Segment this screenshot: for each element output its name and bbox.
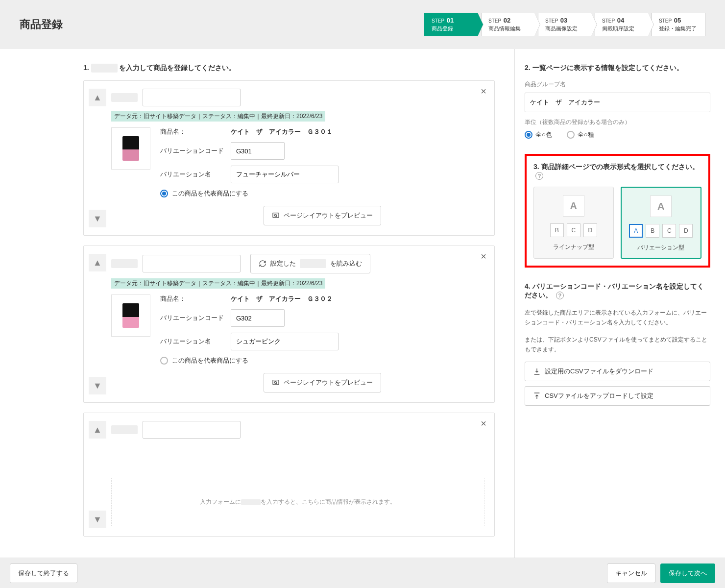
product-card: ▲ ▼ × 設定したを読み込む データ元：旧サイト移築データ｜ステータス：編集中… [83, 245, 495, 403]
refresh-icon [259, 260, 266, 268]
unit-radio-color[interactable]: 全○色 [525, 130, 552, 139]
step-04[interactable]: STEP 04掲載順序設定 [595, 13, 649, 36]
preview-button[interactable]: ページレイアウトをプレビュー [264, 206, 381, 225]
step-05[interactable]: STEP 05登録・編集完了 [652, 13, 705, 36]
step-nav: STEP 01商品登録STEP 02商品情報編集STEP 03商品画像設定STE… [424, 13, 705, 36]
group-name-input[interactable] [525, 93, 710, 112]
reload-button[interactable]: 設定したを読み込む [250, 254, 370, 273]
move-down-button[interactable]: ▼ [89, 377, 106, 394]
move-up-button[interactable]: ▲ [89, 254, 106, 271]
move-down-button[interactable]: ▼ [89, 511, 106, 528]
upload-icon [533, 392, 541, 400]
step-01[interactable]: STEP 01商品登録 [424, 13, 478, 36]
help-icon[interactable]: ? [535, 172, 543, 180]
section3-title: 3. 商品詳細ページでの表示形式を選択してください。 [533, 163, 699, 171]
preview-icon [272, 379, 280, 387]
product-card-empty: ▲ ▼ × 入力フォームにを入力すると、こちらに商品情報が表示されます。 [83, 413, 495, 537]
close-icon[interactable]: × [481, 86, 486, 97]
svg-rect-0 [273, 213, 279, 218]
layout-variation-option[interactable]: AABCDバリエーション型 [621, 187, 702, 259]
preview-button[interactable]: ページレイアウトをプレビュー [264, 373, 381, 392]
chip: B [550, 223, 564, 237]
variation-code-input[interactable] [231, 309, 285, 327]
chip: C [662, 224, 676, 238]
radio-icon [567, 131, 575, 139]
chip: D [679, 224, 693, 238]
csv-download-button[interactable]: 設定用のCSVファイルをダウンロード [525, 362, 710, 381]
close-icon[interactable]: × [481, 251, 486, 262]
csv-upload-button[interactable]: CSVファイルをアップロードして設定 [525, 386, 710, 406]
step-02[interactable]: STEP 02商品情報編集 [481, 13, 535, 36]
chip: D [583, 223, 597, 237]
section1-title: 1. を入力して商品を登録してください。 [83, 64, 495, 73]
variation-code-input[interactable] [231, 142, 285, 160]
section4-desc2: または、下記ボタンよりCSVファイルを使ってまとめて設定することもできます。 [525, 335, 710, 355]
product-id-input[interactable] [143, 421, 241, 439]
download-icon [533, 368, 541, 375]
move-up-button[interactable]: ▲ [89, 421, 106, 439]
product-name-value: ケイト ザ アイカラー Ｇ３０１ [231, 127, 333, 136]
product-id-input[interactable] [143, 89, 241, 106]
chip: B [646, 224, 659, 238]
svg-rect-2 [273, 380, 279, 385]
variation-name-input[interactable] [231, 333, 338, 350]
represent-radio[interactable]: この商品を代表商品にする [160, 189, 484, 198]
section4-desc1: 左で登録した商品エリアに表示されている入力フォームに、バリエーションコード・バリ… [525, 308, 710, 328]
id-label-placeholder [111, 93, 138, 102]
product-name-label: 商品名： [160, 127, 224, 136]
group-name-label: 商品グループ名 [525, 80, 710, 89]
step-03[interactable]: STEP 03商品画像設定 [538, 13, 592, 36]
layout-name: ラインナップ型 [539, 243, 608, 251]
save-next-button[interactable]: 保存して次へ [660, 564, 715, 583]
section4-title: 4. バリエーションコード・バリエーション名を設定してください。 [525, 282, 704, 299]
variation-code-label: バリエーションコード [160, 147, 224, 155]
product-thumbnail [111, 127, 150, 170]
variation-name-label: バリエーション名 [160, 337, 224, 346]
variation-name-input[interactable] [231, 166, 338, 183]
move-up-button[interactable]: ▲ [89, 89, 106, 106]
unit-radio-type[interactable]: 全○種 [567, 130, 594, 139]
chip: C [567, 223, 580, 237]
radio-icon [525, 131, 532, 139]
layout-lineup-option[interactable]: ABCDラインナップ型 [533, 187, 614, 259]
layout-preview-icon: A [650, 196, 672, 217]
product-thumbnail [111, 294, 150, 337]
id-label-placeholder [111, 259, 138, 268]
page-title: 商品登録 [20, 17, 63, 32]
product-name-value: ケイト ザ アイカラー Ｇ３０２ [231, 294, 333, 303]
close-icon[interactable]: × [481, 418, 486, 429]
chip: A [629, 224, 643, 238]
save-exit-button[interactable]: 保存して終了する [10, 564, 77, 583]
product-card: ▲ ▼ × データ元：旧サイト移築データ｜ステータス：編集中｜最終更新日：202… [83, 80, 495, 236]
meta-info: データ元：旧サイト移築データ｜ステータス：編集中｜最終更新日：2022/6/23 [111, 111, 325, 122]
section2-title: 2. 一覧ページに表示する情報を設定してください。 [525, 64, 710, 73]
section3-highlight: 3. 商品詳細ページでの表示形式を選択してください。 ? ABCDラインナップ型… [525, 154, 710, 268]
unit-label: 単位（複数商品の登録がある場合のみ） [525, 118, 710, 126]
product-name-label: 商品名： [160, 294, 224, 303]
variation-name-label: バリエーション名 [160, 170, 224, 179]
radio-icon [160, 357, 168, 365]
layout-preview-icon: A [563, 195, 584, 217]
cancel-button[interactable]: キャンセル [607, 564, 655, 583]
layout-name: バリエーション型 [627, 244, 696, 252]
meta-info: データ元：旧サイト移築データ｜ステータス：編集中｜最終更新日：2022/6/23 [111, 278, 325, 289]
variation-code-label: バリエーションコード [160, 314, 224, 322]
id-label-placeholder [111, 425, 138, 434]
radio-icon [160, 190, 168, 197]
preview-icon [272, 212, 280, 220]
move-down-button[interactable]: ▼ [89, 210, 106, 227]
represent-radio[interactable]: この商品を代表商品にする [160, 356, 484, 365]
empty-card-message: 入力フォームにを入力すると、こちらに商品情報が表示されます。 [111, 478, 484, 526]
help-icon[interactable]: ? [556, 292, 564, 299]
product-id-input[interactable] [143, 255, 241, 272]
